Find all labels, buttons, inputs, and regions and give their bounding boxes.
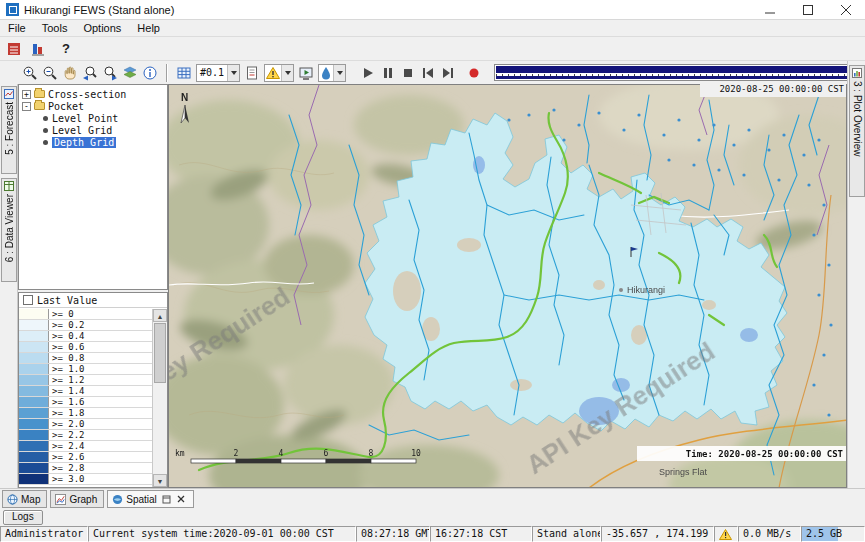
database-icon[interactable] xyxy=(28,39,48,59)
legend-row[interactable]: >= 0.8 xyxy=(19,353,152,364)
legend-row[interactable]: >= 1.6 xyxy=(19,397,152,408)
svg-text:2: 2 xyxy=(234,449,239,458)
tree-item-pocket[interactable]: - Pocket xyxy=(19,100,167,112)
legend-row[interactable]: >= 1.4 xyxy=(19,386,152,397)
legend-row[interactable]: >= 0 xyxy=(19,309,152,320)
chevron-down-icon[interactable] xyxy=(281,65,293,81)
legend-row[interactable]: >= 2.0 xyxy=(19,419,152,430)
tree-item-label-selected: Depth Grid xyxy=(52,137,116,148)
legend-color-swatch xyxy=(19,474,49,484)
legend-row[interactable]: >= 2.4 xyxy=(19,441,152,452)
scroll-down-icon[interactable]: ▼ xyxy=(153,474,167,487)
minimize-button[interactable] xyxy=(751,0,789,20)
zoom-out-icon[interactable] xyxy=(40,63,60,83)
svg-text:Time: 2020-08-25 00:00:00 CST: Time: 2020-08-25 00:00:00 CST xyxy=(686,449,844,459)
maximize-button[interactable] xyxy=(789,0,827,20)
help-button[interactable]: ? xyxy=(56,39,76,59)
scrollbar-thumb[interactable] xyxy=(154,323,166,383)
report-icon[interactable] xyxy=(242,63,262,83)
menu-options[interactable]: Options xyxy=(75,21,129,35)
tab-forecast[interactable]: 5 : Forecast xyxy=(1,86,17,174)
menu-file[interactable]: File xyxy=(0,21,34,35)
tree-item-depth-grid[interactable]: Depth Grid xyxy=(19,136,167,148)
svg-text:6: 6 xyxy=(324,449,329,458)
animation-player-icon[interactable] xyxy=(296,63,316,83)
tree-item-level-point[interactable]: Level Point xyxy=(19,112,167,124)
status-local-time: 16:27:18 CST xyxy=(430,526,532,542)
play-button[interactable] xyxy=(358,63,378,83)
legend-row[interactable]: >= 0.4 xyxy=(19,331,152,342)
flood-polygon xyxy=(365,113,787,431)
globe-icon xyxy=(7,494,18,505)
tree-item-level-grid[interactable]: Level Grid xyxy=(19,124,167,136)
legend-row[interactable]: >= 2.8 xyxy=(19,463,152,474)
status-gmt-time: 08:27:18 GMT xyxy=(356,526,430,542)
gauge-combo[interactable] xyxy=(318,64,346,82)
pause-button[interactable] xyxy=(378,63,398,83)
right-tab-strip: 3 : Plot Overview xyxy=(847,61,865,488)
legend-row[interactable]: >= 2.2 xyxy=(19,430,152,441)
timeline-bar xyxy=(496,66,865,73)
legend-row[interactable]: >= 1.2 xyxy=(19,375,152,386)
legend-row[interactable]: >= 3.0 xyxy=(19,474,152,485)
tab-forecast-label: 5 : Forecast xyxy=(4,102,15,155)
tab-map[interactable]: Map xyxy=(2,490,47,508)
tree-item-label: Pocket xyxy=(48,101,84,112)
collapse-icon[interactable]: - xyxy=(22,102,31,111)
legend-label: >= 0.2 xyxy=(49,320,85,330)
close-button[interactable] xyxy=(827,0,865,20)
zoom-next-icon[interactable] xyxy=(100,63,120,83)
chevron-down-icon[interactable] xyxy=(227,65,239,81)
expand-icon[interactable]: + xyxy=(22,90,31,99)
chevron-down-icon[interactable] xyxy=(333,65,345,81)
float-panel-icon[interactable] xyxy=(161,494,172,505)
record-button[interactable] xyxy=(464,63,484,83)
legend-label: >= 1.2 xyxy=(49,375,85,385)
tab-graph[interactable]: Graph xyxy=(50,490,104,508)
pan-hand-icon[interactable] xyxy=(60,63,80,83)
legend-row[interactable]: >= 1.8 xyxy=(19,408,152,419)
tab-spatial[interactable]: Spatial xyxy=(107,490,194,508)
logs-button[interactable]: Logs xyxy=(3,510,43,525)
legend-scrollbar[interactable]: ▲ ▼ xyxy=(152,309,167,487)
step-backward-button[interactable] xyxy=(418,63,438,83)
timeline-slider[interactable] xyxy=(494,64,865,81)
legend-label: >= 0 xyxy=(49,309,74,319)
menu-tools[interactable]: Tools xyxy=(34,21,76,35)
zoom-in-icon[interactable] xyxy=(20,63,40,83)
stop-button[interactable] xyxy=(398,63,418,83)
interval-combo[interactable]: #0.1 xyxy=(196,64,240,82)
scroll-up-icon[interactable]: ▲ xyxy=(153,309,167,322)
legend-row[interactable]: >= 0.6 xyxy=(19,342,152,353)
legend-row[interactable]: >= 0.2 xyxy=(19,320,152,331)
tab-data-viewer[interactable]: 6 : Data Viewer xyxy=(1,178,17,282)
place-label-springs-flat: Springs Flat xyxy=(659,467,708,477)
close-tab-icon[interactable] xyxy=(176,494,187,505)
legend-row[interactable]: >= 1.0 xyxy=(19,364,152,375)
status-warning[interactable] xyxy=(714,526,738,542)
tree-item-cross-section[interactable]: + Cross-section xyxy=(19,88,167,100)
forecast-icon xyxy=(4,89,14,99)
zoom-previous-icon[interactable] xyxy=(80,63,100,83)
warning-combo[interactable] xyxy=(264,64,294,82)
layers-icon[interactable] xyxy=(120,63,140,83)
step-forward-button[interactable] xyxy=(438,63,458,83)
legend-row[interactable]: >= 2.6 xyxy=(19,452,152,463)
legend-label: >= 1.4 xyxy=(49,386,85,396)
legend-color-swatch xyxy=(19,375,49,385)
last-value-checkbox[interactable] xyxy=(23,295,33,305)
menu-help[interactable]: Help xyxy=(129,21,168,35)
grid-display-icon[interactable] xyxy=(174,63,194,83)
legend-color-swatch xyxy=(19,342,49,352)
map-canvas[interactable]: API Key Required API Key Required Hikura… xyxy=(168,84,847,488)
legend-color-swatch xyxy=(19,364,49,374)
tree-item-label: Level Grid xyxy=(52,125,112,136)
legend-color-swatch xyxy=(19,430,49,440)
tree-item-label: Cross-section xyxy=(48,89,126,100)
tab-plot-overview[interactable]: 3 : Plot Overview xyxy=(849,65,865,197)
info-icon[interactable] xyxy=(140,63,160,83)
explorer-icon[interactable] xyxy=(4,39,24,59)
layer-node-icon xyxy=(43,140,48,145)
flood-extent-layer xyxy=(365,113,787,431)
legend-label: >= 3.0 xyxy=(49,474,85,484)
